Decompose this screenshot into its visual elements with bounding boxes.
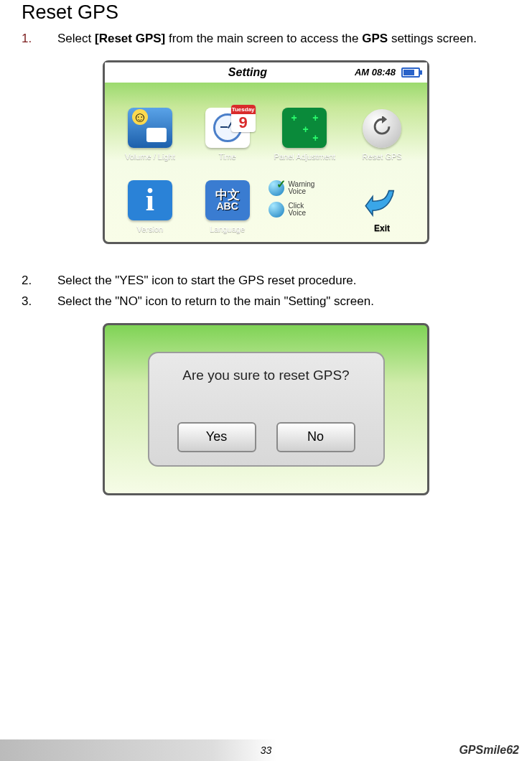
- page-footer: 33 GPSmile62: [0, 739, 532, 761]
- radio-icon: [269, 202, 284, 218]
- step-3-number: 3.: [22, 294, 57, 310]
- back-arrow-icon: [362, 179, 402, 219]
- status-bar: Setting AM 08:48: [105, 62, 427, 83]
- warning-voice-label: WarningVoice: [289, 181, 315, 196]
- warning-voice-toggle[interactable]: WarningVoice: [269, 180, 342, 196]
- version-label: Version: [137, 225, 164, 233]
- clock-label: AM 08:48: [355, 67, 396, 78]
- panel-adjustment-button[interactable]: ++ ++ Panel Adjustment: [269, 93, 342, 161]
- click-voice-toggle[interactable]: ClickVoice: [269, 202, 342, 218]
- step-2-number: 2.: [22, 273, 57, 289]
- screen-title: Setting: [141, 66, 355, 79]
- exit-button[interactable]: Exit: [345, 165, 419, 233]
- voice-options: WarningVoice ClickVoice: [269, 165, 342, 233]
- volume-light-label: Volume / Light: [125, 152, 175, 161]
- volume-light-icon: [128, 108, 172, 148]
- page-title: Reset GPS: [22, 1, 510, 24]
- version-icon: i: [128, 180, 172, 220]
- reset-gps-button[interactable]: Reset GPS: [345, 93, 419, 161]
- language-icon: 中文 ABC: [205, 180, 250, 220]
- step-3: 3. Select the "NO" icon to return to the…: [22, 294, 510, 310]
- battery-icon: [401, 67, 420, 78]
- panel-adjustment-icon: ++ ++: [282, 108, 327, 148]
- reset-gps-label: Reset GPS: [363, 152, 402, 161]
- time-label: Time: [219, 152, 236, 161]
- reset-gps-icon: [363, 109, 401, 148]
- step-1-text: Select [Reset GPS] from the main screen …: [57, 31, 510, 47]
- confirm-dialog: Are you sure to reset GPS? Yes No: [148, 352, 385, 467]
- yes-button[interactable]: Yes: [177, 422, 256, 452]
- click-voice-label: ClickVoice: [289, 202, 306, 218]
- no-button[interactable]: No: [276, 422, 355, 452]
- confirm-screen: Are you sure to reset GPS? Yes No: [103, 323, 429, 495]
- language-label: Language: [210, 225, 245, 233]
- calendar-icon: Tuesday 9: [231, 105, 256, 132]
- footer-model: GPSmile62: [459, 744, 519, 757]
- settings-screen: Setting AM 08:48 Volume / Light Tuesday …: [103, 60, 429, 244]
- step-2-text: Select the "YES" icon to start the GPS r…: [57, 273, 510, 289]
- volume-light-button[interactable]: Volume / Light: [113, 93, 187, 161]
- time-button[interactable]: Tuesday 9 Time: [191, 93, 264, 161]
- time-icon: Tuesday 9: [205, 108, 250, 148]
- page-number: 33: [261, 744, 272, 756]
- language-button[interactable]: 中文 ABC Language: [191, 165, 264, 233]
- confirm-question: Are you sure to reset GPS?: [182, 368, 349, 383]
- panel-adjustment-label: Panel Adjustment: [274, 152, 336, 161]
- step-3-text: Select the "NO" icon to return to the ma…: [57, 294, 510, 310]
- version-button[interactable]: i Version: [113, 165, 187, 233]
- step-1-number: 1.: [22, 31, 57, 47]
- checkmark-icon: [269, 180, 284, 196]
- exit-label: Exit: [374, 223, 390, 233]
- step-1: 1. Select [Reset GPS] from the main scre…: [22, 31, 510, 47]
- step-2: 2. Select the "YES" icon to start the GP…: [22, 273, 510, 289]
